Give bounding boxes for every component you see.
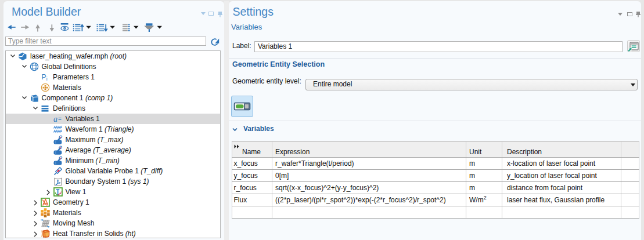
svg-text:a: a: [53, 115, 57, 123]
svg-text:=: =: [58, 116, 62, 122]
svg-text:P: P: [42, 73, 46, 81]
svg-text:i: i: [46, 76, 48, 82]
